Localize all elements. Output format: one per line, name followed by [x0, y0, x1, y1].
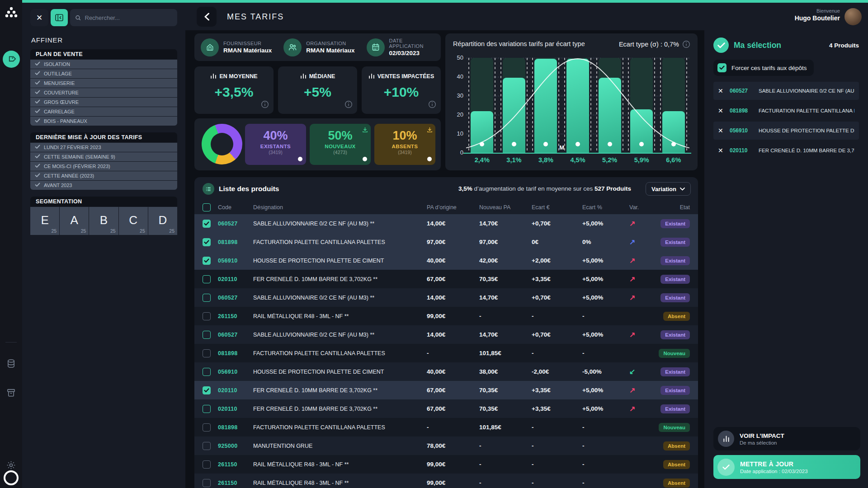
filter-item[interactable]: CE MOIS-CI (FÉVRIER 2023) [30, 162, 177, 171]
checkbox-icon [203, 423, 211, 432]
row-checkbox[interactable] [203, 220, 218, 228]
selection-title: Ma sélection [734, 41, 781, 50]
row-checkbox[interactable] [203, 479, 218, 487]
mettre-a-jour-button[interactable]: METTRE À JOUR Date application : 02/03/2… [713, 455, 860, 479]
chip-count: (3419) [374, 150, 435, 155]
archive-box-icon[interactable] [6, 388, 16, 398]
delta-euro: - [532, 442, 582, 449]
row-checkbox[interactable] [203, 275, 218, 283]
row-checkbox[interactable] [203, 331, 218, 339]
remove-item-icon[interactable]: ✕ [718, 147, 724, 154]
row-checkbox[interactable] [203, 257, 218, 265]
settings-gear-icon[interactable] [6, 460, 16, 470]
status-cell: Absent [648, 441, 690, 450]
table-row[interactable]: 261150RAIL MÉTALLIQUE R48 - 3ML - NF **9… [194, 455, 698, 474]
gaussian-curve [466, 58, 689, 153]
segmentation-box[interactable]: D25 [148, 207, 177, 235]
table-row[interactable]: 081898FACTURATION PALETTE CANTILLANA PAL… [194, 418, 698, 436]
row-checkbox[interactable] [203, 312, 218, 320]
info-icon[interactable] [682, 40, 690, 48]
tarifs-tag-icon[interactable] [3, 51, 20, 68]
filter-item[interactable]: CETTE SEMAINE (SEMAINE 9) [30, 152, 177, 161]
collapse-panel-icon[interactable] [51, 9, 68, 26]
row-checkbox[interactable] [203, 238, 218, 246]
table-row[interactable]: 056910HOUSSE DE PROTECTION PALETTE DE CI… [194, 251, 698, 270]
search-text-field[interactable] [85, 14, 173, 21]
filter-item[interactable]: AVANT 2023 [30, 181, 177, 190]
row-checkbox[interactable] [203, 405, 218, 413]
table-row[interactable]: 020110FER CRENELÉ D. 10MM BARRE DE 3,702… [194, 381, 698, 399]
table-row[interactable]: 081898FACTURATION PALETTE CANTILLANA PAL… [194, 233, 698, 251]
info-icon[interactable] [428, 100, 436, 110]
filter-item[interactable]: MENUISERIE [30, 79, 177, 88]
product-name: RAIL MÉTALLIQUE R48 - 3ML - NF ** [253, 461, 427, 468]
checkbox-checked-icon [717, 63, 726, 72]
product-name: FER CRENELÉ D. 10MM BARRE DE 3,702KG ** [253, 276, 427, 282]
table-row[interactable]: 081898FACTURATION PALETTE CANTILLANA PAL… [194, 344, 698, 362]
table-row[interactable]: 056910HOUSSE DE PROTECTION PALETTE DE CI… [194, 362, 698, 381]
row-checkbox[interactable] [203, 368, 218, 376]
filter-item[interactable]: COUVERTURE [30, 88, 177, 97]
table-row[interactable]: 020110FER CRENELÉ D. 10MM BARRE DE 3,702… [194, 399, 698, 418]
filter-item[interactable]: GROS ŒUVRE [30, 98, 177, 107]
table-row[interactable]: 060527SABLE ALLUVIONNAIRE 0/2 CE NF (AU … [194, 288, 698, 307]
distribution-chip[interactable]: 50%NOUVEAUX(4273) [310, 124, 371, 165]
stats-row: EN MOYENNE+3,5%MÉDIANE+5%VENTES IMPACTÉE… [194, 66, 441, 114]
filter-item-label: AVANT 2023 [44, 183, 72, 188]
y-axis-tick: 20 [448, 111, 463, 118]
segmentation-box[interactable]: B25 [89, 207, 118, 235]
table-row[interactable]: 261150RAIL MÉTALLIQUE R48 - 3ML - NF **9… [194, 307, 698, 325]
force-tarifs-checkbox[interactable]: Forcer ces tarifs aux dépôts [713, 60, 814, 76]
filter-item[interactable]: BOIS - PANNEAUX [30, 117, 177, 126]
remove-item-icon[interactable]: ✕ [718, 87, 724, 94]
filter-item[interactable]: CETTE ANNÉE (2023) [30, 171, 177, 180]
product-code: 261150 [218, 313, 253, 319]
table-row[interactable]: 925000MANUTENTION GRUE78,00€---Absent [194, 436, 698, 455]
table-row[interactable]: 020110FER CRENELÉ D. 10MM BARRE DE 3,702… [194, 270, 698, 288]
close-filters-button[interactable]: ✕ [30, 9, 48, 26]
filter-item[interactable]: ISOLATION [30, 60, 177, 69]
database-icon[interactable] [6, 358, 16, 369]
segmentation-box[interactable]: C25 [119, 207, 148, 235]
search-input[interactable] [70, 9, 177, 26]
segmentation-box[interactable]: A25 [60, 207, 89, 235]
row-checkbox[interactable] [203, 294, 218, 302]
row-checkbox[interactable] [203, 386, 218, 394]
back-button[interactable] [197, 7, 217, 27]
row-checkbox[interactable] [203, 460, 218, 469]
table-row[interactable]: 060527SABLE ALLUVIONNAIRE 0/2 CE NF (AU … [194, 325, 698, 344]
info-icon[interactable] [344, 100, 353, 110]
original-price: 40,00€ [427, 368, 479, 375]
distribution-chip[interactable]: 10%ABSENTS(3419) [374, 124, 435, 165]
new-price: 14,70€ [479, 294, 532, 301]
table-row[interactable]: 060527SABLE ALLUVIONNAIRE 0/2 CE NF (AU … [194, 214, 698, 233]
row-checkbox[interactable] [203, 442, 218, 450]
chip-label: NOUVEAUX [310, 144, 371, 149]
segmentation-box[interactable]: E25 [30, 207, 59, 235]
filter-item[interactable]: LUNDI 27 FÉVRIER 2023 [30, 143, 177, 152]
status-cell: Existant [648, 404, 690, 413]
context-card: DATE APPLICATION02/03/2023 [367, 38, 434, 56]
download-icon[interactable] [427, 127, 433, 135]
row-checkbox[interactable] [203, 349, 218, 357]
status-cell: Existant [648, 275, 690, 284]
delta-percent: +5,00% [582, 276, 629, 282]
user-avatar[interactable] [844, 8, 862, 25]
header-checkbox[interactable] [203, 203, 218, 211]
product-code: 020110 [218, 406, 253, 412]
column-header: Var. [629, 204, 648, 211]
table-row[interactable]: 261150RAIL MÉTALLIQUE R48 - 3ML - NF **9… [194, 474, 698, 488]
remove-item-icon[interactable]: ✕ [718, 127, 724, 134]
voir-impact-button[interactable]: VOIR L’IMPACT De ma sélection [713, 427, 860, 450]
filter-item[interactable]: CARRELAGE [30, 107, 177, 116]
distribution-chip[interactable]: 40%EXISTANTS(3419) [245, 124, 306, 165]
filter-item[interactable]: OUTILLAGE [30, 69, 177, 78]
download-icon[interactable] [362, 127, 368, 135]
y-axis-tick: 10 [448, 130, 463, 137]
info-icon[interactable] [261, 100, 269, 110]
row-checkbox[interactable] [203, 423, 218, 432]
delta-euro: +3,35€ [532, 276, 582, 282]
variation-dropdown[interactable]: Variation [646, 182, 691, 196]
profile-circle-icon[interactable] [4, 470, 19, 485]
remove-item-icon[interactable]: ✕ [718, 107, 724, 114]
